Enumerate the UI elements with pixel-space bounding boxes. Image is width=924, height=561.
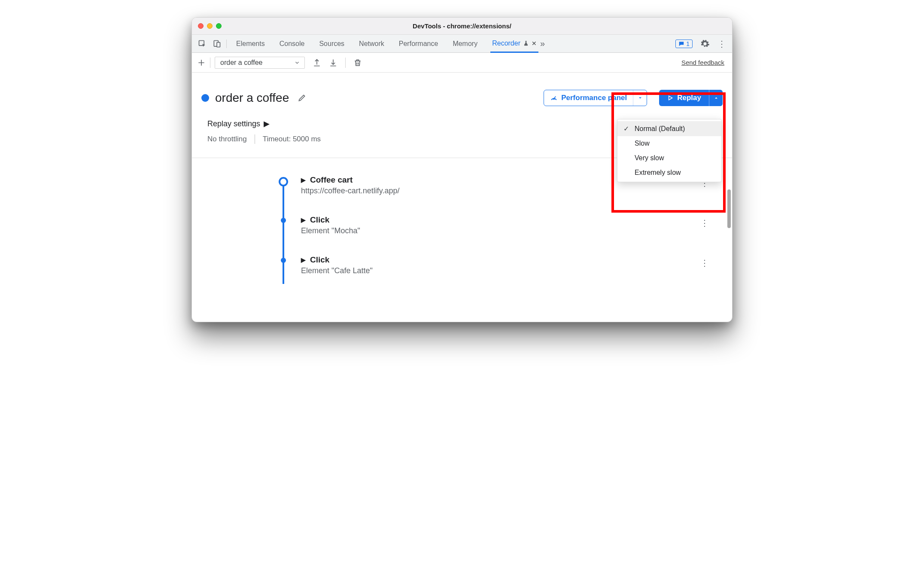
issues-count: 1 — [686, 40, 690, 47]
step-marker-start — [279, 177, 288, 186]
replay-speed-label: Very slow — [635, 154, 664, 162]
new-recording-icon[interactable] — [197, 58, 206, 67]
replay-speed-option[interactable]: Very slow — [617, 151, 721, 165]
replay-speed-option[interactable]: Extremely slow — [617, 165, 721, 180]
tab-recorder[interactable]: Recorder ✕ — [490, 35, 538, 53]
step-subtitle: https://coffee-cart.netlify.app/ — [301, 186, 705, 195]
chevron-down-icon — [294, 60, 300, 66]
step-item[interactable]: ▶ Click Element "Cafe Latte" ⋮ — [279, 255, 705, 275]
gauge-icon — [550, 94, 558, 102]
replay-speed-menu: ✓ Normal (Default) Slow Very slow Extrem… — [617, 119, 722, 182]
send-feedback-link[interactable]: Send feedback — [681, 59, 724, 66]
devtools-window: DevTools - chrome://extensions/ Elements… — [191, 17, 733, 322]
recording-title: order a coffee — [215, 91, 289, 105]
throttling-value: No throttling — [207, 135, 247, 143]
replay-speed-option[interactable]: Slow — [617, 136, 721, 151]
performance-panel-dropdown[interactable] — [633, 90, 647, 106]
more-icon[interactable]: ⋮ — [717, 39, 726, 49]
scrollbar-thumb[interactable] — [727, 189, 731, 228]
expand-icon: ▶ — [264, 119, 270, 128]
recording-select-label: order a coffee — [220, 59, 262, 67]
performance-panel-button[interactable]: Performance panel — [544, 90, 647, 106]
recording-status-dot — [201, 94, 209, 102]
steps-list: ▶ Coffee cart https://coffee-cart.netlif… — [192, 158, 732, 322]
step-title: Click — [310, 255, 329, 265]
step-more-icon[interactable]: ⋮ — [700, 258, 709, 268]
step-subtitle: Element "Mocha" — [301, 226, 705, 235]
recording-select[interactable]: order a coffee — [215, 57, 305, 69]
replay-settings-label: Replay settings — [207, 119, 260, 128]
gear-icon[interactable] — [700, 39, 710, 49]
tab-performance[interactable]: Performance — [397, 35, 440, 52]
tab-memory[interactable]: Memory — [451, 35, 479, 52]
step-title: Click — [310, 215, 329, 225]
panel-tabs: Elements Console Sources Network Perform… — [234, 35, 538, 52]
timeout-value: Timeout: 5000 ms — [263, 135, 321, 143]
performance-panel-label: Performance panel — [561, 94, 627, 102]
window-title: DevTools - chrome://extensions/ — [192, 22, 732, 30]
delete-icon[interactable] — [353, 58, 362, 67]
issues-button[interactable]: 1 — [675, 40, 693, 48]
replay-speed-label: Extremely slow — [635, 169, 681, 177]
step-marker — [281, 218, 286, 223]
replay-speed-label: Normal (Default) — [635, 125, 685, 133]
close-icon[interactable]: ✕ — [532, 40, 537, 47]
recording-header: order a coffee Performance panel Replay — [192, 73, 732, 119]
svg-point-3 — [553, 98, 554, 99]
experimental-icon — [523, 40, 529, 46]
step-subtitle: Element "Cafe Latte" — [301, 266, 705, 275]
expand-icon: ▶ — [301, 216, 306, 223]
replay-dropdown[interactable] — [709, 90, 723, 106]
replay-speed-option[interactable]: ✓ Normal (Default) — [617, 121, 721, 136]
device-toggle-icon[interactable] — [213, 40, 221, 48]
expand-icon: ▶ — [301, 256, 306, 263]
tab-sources[interactable]: Sources — [317, 35, 346, 52]
replay-button[interactable]: Replay — [659, 90, 723, 106]
check-icon: ✓ — [623, 125, 629, 133]
overflow-tabs-icon[interactable]: » — [540, 39, 545, 49]
step-marker — [281, 258, 286, 263]
devtools-tabbar: Elements Console Sources Network Perform… — [192, 35, 732, 53]
recorder-toolbar: order a coffee Send feedback — [192, 53, 732, 73]
play-icon — [667, 95, 674, 101]
replay-label: Replay — [677, 94, 701, 102]
expand-icon: ▶ — [301, 177, 306, 183]
step-title: Coffee cart — [310, 175, 353, 185]
import-icon[interactable] — [329, 58, 337, 67]
export-icon[interactable] — [313, 58, 321, 67]
tab-network[interactable]: Network — [357, 35, 386, 52]
tab-elements[interactable]: Elements — [234, 35, 267, 52]
replay-speed-label: Slow — [635, 140, 650, 147]
tab-console[interactable]: Console — [278, 35, 307, 52]
svg-rect-2 — [217, 42, 220, 47]
step-item[interactable]: ▶ Click Element "Mocha" ⋮ — [279, 215, 705, 235]
titlebar: DevTools - chrome://extensions/ — [192, 18, 732, 35]
inspect-icon[interactable] — [198, 40, 207, 48]
step-more-icon[interactable]: ⋮ — [700, 218, 709, 228]
edit-name-icon[interactable] — [298, 94, 306, 102]
